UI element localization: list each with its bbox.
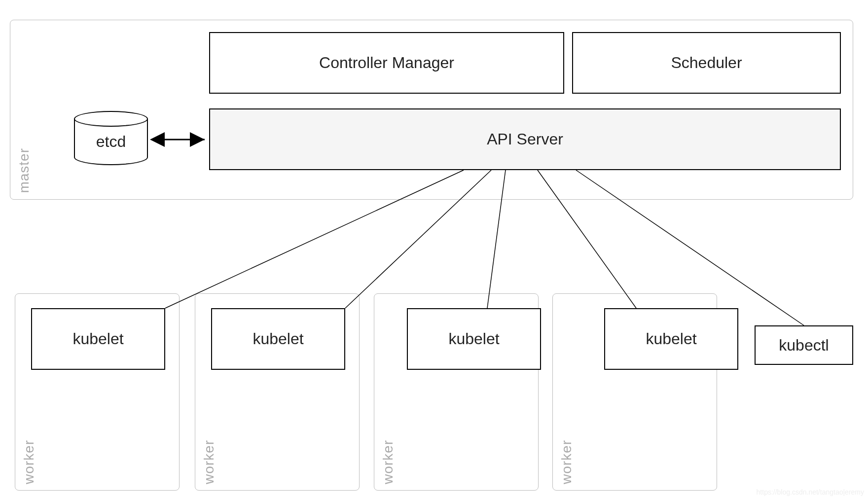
kubelet-label-3: kubelet	[448, 330, 499, 348]
kubelet-box-4: kubelet	[604, 308, 738, 370]
etcd-top-ellipse	[74, 111, 148, 127]
kubectl-label: kubectl	[779, 336, 829, 355]
kubelet-label-1: kubelet	[72, 330, 123, 348]
kubelet-label-2: kubelet	[253, 330, 303, 348]
api-server-box: API Server	[209, 108, 841, 170]
scheduler-label: Scheduler	[671, 54, 742, 72]
watermark: https://blog.csdn.net/tangtao|eremy	[757, 488, 864, 496]
worker-label-4: worker	[559, 440, 575, 484]
kubelet-box-1: kubelet	[31, 308, 165, 370]
etcd-cylinder: etcd	[74, 111, 148, 165]
etcd-label: etcd	[74, 133, 148, 151]
master-label: master	[16, 148, 32, 193]
api-server-label: API Server	[487, 130, 563, 148]
worker-label-3: worker	[380, 440, 396, 484]
kubelet-box-2: kubelet	[211, 308, 345, 370]
worker-label-1: worker	[21, 440, 37, 484]
controller-manager-label: Controller Manager	[319, 54, 454, 72]
kubelet-box-3: kubelet	[407, 308, 541, 370]
kubelet-label-4: kubelet	[646, 330, 696, 348]
scheduler-box: Scheduler	[572, 32, 841, 94]
kubectl-box: kubectl	[755, 325, 853, 365]
worker-label-2: worker	[201, 440, 217, 484]
controller-manager-box: Controller Manager	[209, 32, 564, 94]
